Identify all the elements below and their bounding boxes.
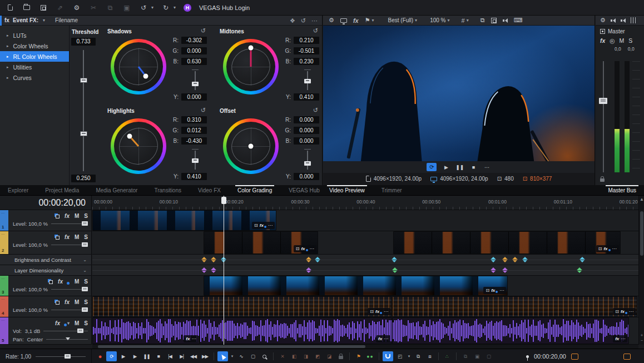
keyframe-diamond[interactable] bbox=[211, 267, 216, 273]
marquee-tool-button[interactable]: ▢ bbox=[247, 351, 258, 361]
vscroll-thumb[interactable] bbox=[640, 211, 643, 256]
wheel-reset-icon[interactable]: ↺ bbox=[201, 27, 206, 34]
sidebar-item-curves[interactable]: ▸Curves bbox=[0, 72, 69, 83]
track-1-color-strip[interactable]: ⋯1 bbox=[0, 210, 8, 231]
event-crop-icon[interactable]: ⊡ bbox=[370, 309, 374, 314]
compositing-mode-icon[interactable] bbox=[55, 235, 60, 240]
keyframe-diamond[interactable] bbox=[201, 267, 207, 273]
timeline-horizontal-scrollbar[interactable] bbox=[92, 345, 638, 349]
stop-button[interactable]: ■ bbox=[153, 351, 164, 361]
wheel-reset-icon[interactable]: ↺ bbox=[201, 107, 206, 114]
wheel-handle[interactable] bbox=[249, 144, 254, 149]
header-more-icon[interactable]: ⋯ bbox=[311, 17, 318, 24]
track-1-lane[interactable]: ⊡fx⋯ bbox=[92, 210, 638, 231]
track-solo-button[interactable]: S bbox=[84, 299, 88, 305]
region-button[interactable]: ●● bbox=[365, 351, 375, 361]
track-level-slider[interactable] bbox=[51, 289, 88, 290]
track-level-slider[interactable] bbox=[51, 310, 88, 310]
track-fx-button[interactable]: fx bbox=[65, 213, 70, 219]
color-wheel[interactable] bbox=[111, 118, 166, 174]
ignore-grouping-button[interactable]: ⧈ bbox=[424, 351, 435, 361]
video-event[interactable]: ⊡fx⋯ bbox=[204, 231, 318, 254]
keyframe-diamond[interactable] bbox=[502, 257, 508, 262]
pause-button[interactable]: ❚❚ bbox=[141, 351, 152, 361]
tab-video-preview[interactable]: Video Preview bbox=[327, 185, 367, 196]
tab-video-fx[interactable]: Video FX bbox=[196, 185, 223, 196]
sidebar-item-rl-color-wheels[interactable]: ▸RL Color Wheels bbox=[0, 51, 69, 62]
track-fx-button[interactable]: fx bbox=[65, 234, 70, 240]
group-button[interactable]: ▣ bbox=[472, 351, 482, 361]
wheel-y-slider[interactable] bbox=[195, 151, 196, 170]
event-crop-icon[interactable]: ⊡ bbox=[615, 309, 619, 314]
wheel-b-value[interactable]: 0.000 bbox=[294, 137, 319, 145]
keyframe-diamond[interactable] bbox=[392, 257, 397, 262]
timeline-vertical-scrollbar[interactable]: ▲ ＋ － bbox=[638, 196, 644, 345]
track-mute-button[interactable]: M bbox=[75, 299, 79, 305]
keyframe-diamond[interactable] bbox=[201, 257, 207, 262]
tab-vegas-hub[interactable]: VEGAS Hub bbox=[286, 185, 322, 196]
zoom-out-icon[interactable]: － bbox=[639, 337, 644, 344]
layer-automation-lane[interactable] bbox=[92, 265, 638, 276]
wheel-handle[interactable] bbox=[249, 46, 254, 51]
pan-slider[interactable] bbox=[46, 339, 88, 340]
sidebar-item-luts[interactable]: ▸LUTs bbox=[0, 30, 69, 41]
track-level-slider[interactable] bbox=[51, 223, 88, 224]
split-button[interactable]: ✕ bbox=[277, 351, 288, 361]
wheel-handle[interactable] bbox=[143, 74, 148, 79]
wheel-y-value[interactable]: 0.000 bbox=[181, 93, 207, 101]
threshold-low-value[interactable]: 0.250 bbox=[71, 175, 96, 182]
preview-loop-button[interactable]: ⟳ bbox=[427, 163, 437, 171]
track-2-color-strip[interactable]: ⋯2 bbox=[0, 231, 8, 254]
chevron-down-icon[interactable]: ⌄ bbox=[83, 268, 87, 273]
preview-flag-icon[interactable]: ⚑ bbox=[365, 17, 370, 24]
track-mute-button[interactable]: M bbox=[75, 213, 79, 219]
master-settings-gear-icon[interactable]: ⚙ bbox=[600, 17, 606, 24]
compositing-mode-icon[interactable] bbox=[55, 300, 60, 305]
ungroup-button[interactable]: ▢ bbox=[483, 351, 494, 361]
mixer-icon[interactable] bbox=[631, 17, 636, 23]
external-monitor-icon[interactable] bbox=[340, 18, 347, 23]
keyframe-diamond[interactable] bbox=[306, 257, 311, 262]
event-fx-icon[interactable]: fx bbox=[603, 246, 607, 251]
track-mute-button[interactable]: M bbox=[75, 320, 79, 326]
wheel-b-value[interactable]: 0.630 bbox=[181, 58, 207, 65]
rewind-button[interactable]: ◀◀ bbox=[188, 351, 199, 361]
event-fx-icon[interactable]: fx bbox=[378, 336, 382, 341]
redo-dropdown-icon[interactable]: ▾ bbox=[174, 5, 176, 10]
new-project-icon[interactable] bbox=[6, 3, 14, 12]
copy-snapshot-icon[interactable]: ⧉ bbox=[480, 17, 485, 24]
tool-dropdown[interactable]: ▾ bbox=[229, 351, 235, 361]
color-wheel[interactable] bbox=[223, 118, 279, 174]
track-5-color-strip[interactable]: ⋯5 bbox=[0, 317, 8, 344]
track-solo-button[interactable]: S bbox=[84, 320, 88, 326]
y-slider-handle[interactable] bbox=[304, 161, 311, 166]
wheel-r-value[interactable]: 0.210 bbox=[294, 37, 319, 44]
tab-media-generator[interactable]: Media Generator bbox=[93, 185, 140, 196]
video-preview-frame[interactable] bbox=[323, 26, 595, 161]
threshold-low-handle[interactable] bbox=[80, 131, 87, 136]
loop-playback-button[interactable]: ⟳ bbox=[106, 351, 117, 361]
y-slider-handle[interactable] bbox=[192, 82, 199, 86]
automation-row-brightness[interactable]: Brightness and Contrast ⌄ bbox=[0, 255, 91, 265]
sidebar-item-utilities[interactable]: ▸Utilities bbox=[0, 62, 69, 72]
slide-button[interactable]: ◪ bbox=[324, 351, 334, 361]
video-event[interactable]: ⊡fx⋯ bbox=[204, 276, 508, 296]
wheel-y-slider[interactable] bbox=[307, 71, 308, 90]
wheel-r-value[interactable]: -0.302 bbox=[181, 37, 207, 44]
event-more-icon[interactable]: ⋯ bbox=[499, 288, 504, 293]
zoom-dropdown-icon[interactable]: ▾ bbox=[447, 18, 449, 23]
keyframe-diamond[interactable] bbox=[392, 267, 398, 273]
event-crop-icon[interactable]: ⊡ bbox=[296, 246, 300, 251]
y-slider-handle[interactable] bbox=[192, 158, 199, 163]
video-event[interactable]: ⊡fx⋯ bbox=[92, 296, 392, 317]
event-colors-button[interactable]: ∴ bbox=[442, 351, 453, 361]
automation-row-layer-dimensionality[interactable]: Layer Dimensionality ⌄ bbox=[0, 265, 91, 276]
transport-timecode[interactable]: 00:00:20,00 bbox=[534, 353, 566, 360]
video-output-fx-icon[interactable]: fx bbox=[353, 17, 359, 24]
preview-pause-button[interactable]: ❚❚ bbox=[455, 165, 464, 170]
wheel-g-value[interactable]: 0.000 bbox=[181, 47, 207, 54]
slip-button[interactable]: ◩ bbox=[312, 351, 323, 361]
wheel-g-value[interactable]: 0.000 bbox=[294, 127, 319, 134]
event-more-icon[interactable]: ⋯ bbox=[612, 246, 617, 251]
event-more-icon[interactable]: ⋯ bbox=[191, 336, 196, 341]
